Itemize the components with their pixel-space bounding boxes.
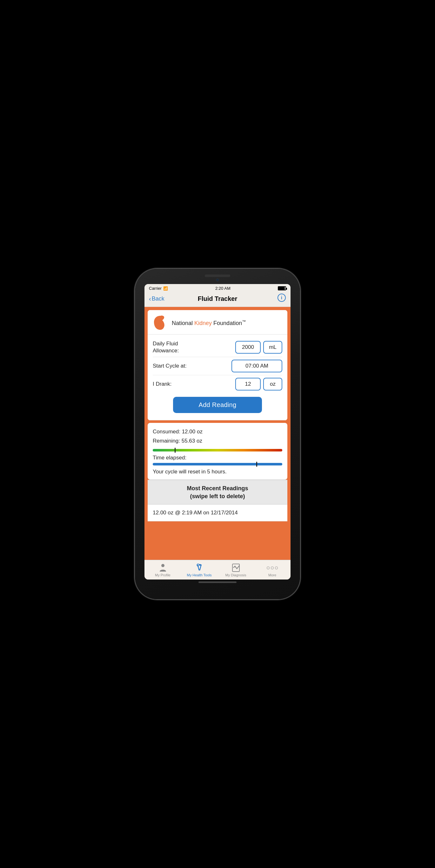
daily-fluid-value-input[interactable] (235, 341, 261, 353)
main-content: National Kidney Foundation™ Daily FluidA… (144, 307, 291, 560)
time-elapsed-marker (256, 462, 257, 467)
carrier-label: Carrier (149, 286, 162, 291)
time-label: 2:20 AM (215, 286, 231, 291)
kidney-logo (153, 314, 168, 331)
svg-rect-6 (199, 564, 202, 566)
back-chevron-icon: ‹ (149, 295, 151, 303)
remaining-text: Remaining: 55.63 oz (153, 438, 202, 444)
i-drank-value-input[interactable] (235, 378, 261, 391)
time-elapsed-label: Time elapsed: (153, 455, 282, 461)
consumed-text: Consumed: 12.00 oz (153, 429, 203, 435)
i-drank-label: I Drank: (153, 381, 172, 388)
nkf-title: National Kidney Foundation™ (172, 319, 246, 327)
readings-title: Most Recent Readings(swipe left to delet… (153, 485, 282, 500)
nkf-kidney: Kidney (194, 320, 212, 326)
daily-fluid-row: Daily FluidAllowance: (153, 338, 282, 357)
page-title: Fluid Tracker (174, 295, 261, 303)
tab-my-health-tools[interactable]: My Health Tools (181, 562, 218, 578)
reset-text: Your cycle will reset in 5 hours. (153, 469, 282, 475)
reading-text: 12.00 oz @ 2:19 AM on 12/17/2014 (153, 509, 238, 516)
info-button[interactable]: i (261, 293, 286, 304)
nav-bar: ‹ Back Fluid Tracker i (144, 291, 291, 307)
nkf-trademark: ™ (242, 319, 246, 324)
i-drank-row: I Drank: (153, 375, 282, 393)
add-reading-button[interactable]: Add Reading (173, 397, 262, 413)
stats-consumed: Consumed: 12.00 oz Remaining: 55.63 oz (153, 427, 282, 446)
reading-item[interactable]: 12.00 oz @ 2:19 AM on 12/17/2014 (148, 504, 287, 521)
info-icon: i (277, 293, 286, 302)
svg-text:i: i (281, 295, 282, 300)
tab-more-label: More (268, 573, 276, 577)
fluid-progress-container (153, 449, 282, 452)
nkf-card: National Kidney Foundation™ Daily FluidA… (148, 310, 287, 420)
tab-my-profile-label: My Profile (155, 573, 170, 577)
tools-icon (195, 563, 204, 572)
back-button[interactable]: ‹ Back (149, 295, 174, 303)
dot-1 (267, 566, 270, 569)
dot-3 (275, 566, 278, 569)
time-elapsed-container (153, 463, 282, 465)
fluid-progress-marker (175, 448, 176, 453)
battery-icon (278, 286, 286, 290)
tab-my-diagnosis[interactable]: My Diagnosis (218, 562, 254, 578)
tab-my-health-tools-label: My Health Tools (187, 573, 211, 577)
daily-fluid-inputs (235, 341, 282, 353)
phone-speaker (205, 275, 230, 277)
phone-screen: Carrier 📶 2:20 AM ‹ Back Fluid Tracker i (144, 284, 291, 580)
back-label: Back (152, 296, 165, 302)
phone-camera (216, 278, 219, 281)
stats-section: Consumed: 12.00 oz Remaining: 55.63 oz T… (148, 423, 287, 480)
i-drank-inputs (235, 378, 282, 391)
tab-more[interactable]: More (254, 562, 291, 578)
home-indicator[interactable] (198, 582, 237, 583)
fluid-progress-bar (153, 449, 282, 452)
nkf-header: National Kidney Foundation™ (148, 310, 287, 335)
tab-bar: My Profile My Health Tools (144, 560, 291, 580)
more-icon (267, 563, 278, 572)
person-icon (159, 563, 167, 572)
readings-section: Most Recent Readings(swipe left to delet… (148, 480, 287, 521)
nkf-national: National (172, 320, 194, 326)
start-cycle-row: Start Cycle at: (153, 357, 282, 375)
phone-frame: Carrier 📶 2:20 AM ‹ Back Fluid Tracker i (135, 269, 300, 599)
nkf-foundation: Foundation (212, 320, 242, 326)
dot-2 (271, 566, 274, 569)
daily-fluid-label: Daily FluidAllowance: (153, 340, 179, 354)
readings-header: Most Recent Readings(swipe left to delet… (148, 480, 287, 504)
status-bar: Carrier 📶 2:20 AM (144, 284, 291, 291)
wifi-icon: 📶 (163, 286, 168, 291)
form-section: Daily FluidAllowance: Start Cycle at: (148, 335, 287, 420)
tab-my-profile[interactable]: My Profile (144, 562, 181, 578)
tab-my-diagnosis-label: My Diagnosis (225, 573, 246, 577)
start-cycle-label: Start Cycle at: (153, 363, 187, 370)
daily-fluid-unit-input[interactable] (263, 341, 282, 353)
time-elapsed-bar (153, 463, 282, 465)
start-cycle-value-input[interactable] (231, 360, 282, 372)
svg-point-2 (161, 564, 165, 567)
diagnosis-icon (232, 563, 240, 572)
start-cycle-inputs (231, 360, 282, 372)
i-drank-unit-input[interactable] (263, 378, 282, 391)
